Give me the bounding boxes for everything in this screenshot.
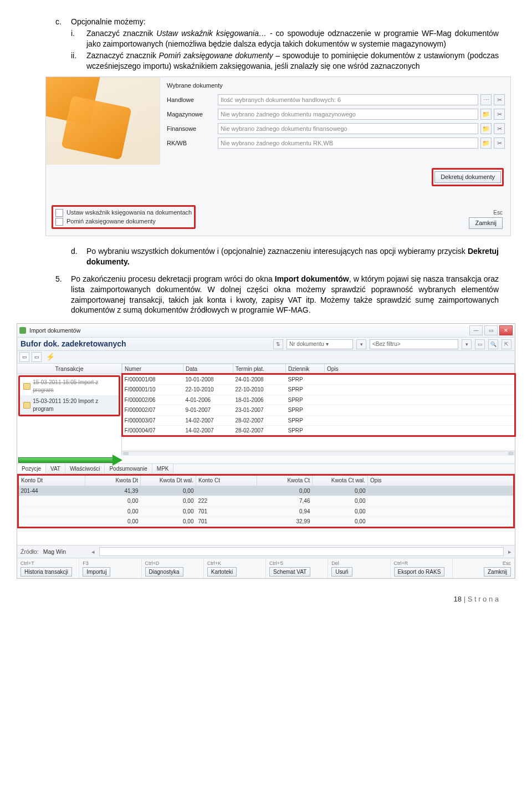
toolbar-secondary: ▭ ▭ ⚡	[17, 351, 515, 364]
row-rkwb: RK/WB Nie wybrano żadnego dokumentu RK,W…	[167, 137, 505, 149]
row-finansowe: Finansowe Nie wybrano żadnego dokumentu …	[167, 123, 505, 134]
folder-icon[interactable]: ▭	[475, 339, 485, 349]
row-magazynowe: Magazynowe Nie wybrano żadnego dokumentu…	[167, 109, 505, 120]
list-text: Po wybraniu wszystkich dokumentów i (opc…	[86, 246, 499, 267]
decorative-hex-graphic	[46, 77, 160, 165]
sort-icon[interactable]: ⇅	[273, 339, 283, 349]
folder-icon[interactable]: 📁	[480, 109, 492, 120]
minimize-button[interactable]: —	[469, 325, 483, 335]
folder-icon[interactable]: 📁	[480, 123, 492, 134]
sort-field[interactable]: Nr dokumentu ▾	[287, 339, 353, 349]
list-item-ii: ii. Zaznaczyć znacznik Pomiń zaksięgowan…	[71, 50, 499, 72]
filter-icon[interactable]: ▾	[356, 339, 366, 349]
checkbox-ustaw-wskaznik[interactable]: Ustaw wskaźnik księgowania na dokumentac…	[55, 208, 192, 217]
filter-dropdown-icon[interactable]: ▾	[462, 339, 472, 349]
scissors-icon[interactable]: ✂	[494, 137, 505, 149]
scissors-icon[interactable]: ✂	[494, 123, 505, 134]
btn-zamknij[interactable]: Zamknij	[484, 567, 511, 577]
highlight-transactions: 15-03-2011 15:05 Import z program 15-03-…	[18, 375, 120, 416]
list-item-d: d. Po wybraniu wszystkich dokumentów i (…	[71, 246, 499, 267]
bolt-icon[interactable]: ⚡	[46, 352, 55, 362]
highlight-dekretuj: Dekretuj dokumenty	[432, 168, 504, 186]
maximize-button[interactable]: ▭	[484, 325, 498, 335]
input-handlowe[interactable]: Ilość wybranych dokumentów handlowych: 6	[218, 94, 478, 105]
table-row: F/000001/1022-10-201022-10-2010SPRP	[122, 385, 515, 395]
form-heading: Wybrane dokumenty	[167, 81, 505, 90]
tool-icon[interactable]: ▭	[19, 352, 29, 362]
transaction-row-selected[interactable]: 15-03-2011 15:20 Import z program	[20, 396, 119, 415]
scissors-icon[interactable]: ✂	[494, 94, 505, 105]
table-row: F/000001/0810-01-200824-01-2008SPRP	[122, 374, 515, 385]
horizontal-scrollbar[interactable]	[122, 451, 515, 456]
toolbar: Bufor dok. zadekretowanych ⇅ Nr dokument…	[17, 338, 515, 351]
table-row: F/000002/064-01-200618-01-2006SPRP	[122, 395, 515, 405]
table-row: 0,000,007010,940,00	[19, 506, 514, 517]
detail-tabs: Pozycje VAT Właściwości Podsumowanie MPK	[17, 463, 515, 475]
list-label: ii.	[71, 50, 86, 72]
search-icon[interactable]: 🔍	[488, 339, 498, 349]
list-text: Opcjonalnie możemy:	[71, 17, 146, 27]
screenshot-wybrane-dokumenty: Wybrane dokumenty Handlowe Ilość wybrany…	[45, 77, 511, 236]
filter-field[interactable]: <Bez filtru>	[370, 339, 458, 349]
window-title: Import dokumentów	[29, 327, 468, 334]
btn-diagnostyka[interactable]: Diagnostyka	[145, 567, 183, 577]
highlight-checkboxes: Ustaw wskaźnik księgowania na dokumentac…	[52, 205, 196, 229]
window-titlebar: Import dokumentów — ▭ ✕	[17, 324, 515, 338]
input-magazynowe[interactable]: Nie wybrano żadnego dokumentu magazynowe…	[218, 109, 478, 120]
list-text: Zanaczyć znacznik Ustaw wskaźnik księgow…	[86, 28, 499, 49]
list-text: Zaznaczyć znacznik Pomiń zaksięgowane do…	[86, 50, 499, 72]
list-label: d.	[71, 246, 86, 267]
table-row: F/000004/0714-02-200728-02-2007SPRP	[122, 426, 515, 436]
input-rkwb[interactable]: Nie wybrano żadnego dokumentu RK,WB	[218, 137, 478, 149]
list-label: c.	[55, 17, 71, 27]
btn-kartoteki[interactable]: Kartoteki	[207, 567, 237, 577]
btn-usun[interactable]: Usuń	[331, 567, 352, 577]
list-label: 5.	[55, 274, 71, 316]
transactions-header: Transakcje	[17, 364, 121, 374]
tool-icon[interactable]: ▭	[32, 352, 42, 362]
scissors-icon[interactable]: ✂	[494, 109, 505, 120]
green-arrow-annotation	[17, 456, 515, 463]
btn-eksport-raks[interactable]: Eksport do RAKS	[394, 567, 445, 577]
positions-grid: Konto Dt Kwota Dt Kwota Dt wal. Konto Ct…	[18, 475, 514, 527]
app-icon	[19, 327, 26, 334]
table-row: 201-4441,390,000,000,00	[19, 486, 514, 496]
close-window-button[interactable]: ✕	[499, 325, 513, 335]
status-bar: Źródło: Mag Win ◂ ▸	[17, 545, 515, 558]
tab-pozycje[interactable]: Pozycje	[17, 464, 46, 474]
close-button[interactable]: Zamknij	[469, 217, 503, 229]
source-value: Mag Win	[43, 548, 66, 555]
input-finansowe[interactable]: Nie wybrano żadnego dokumentu finansoweg…	[218, 123, 478, 134]
status-scrollbar[interactable]	[99, 547, 504, 556]
tab-vat[interactable]: VAT	[46, 464, 65, 474]
export-icon[interactable]: ⇱	[502, 339, 511, 349]
checkbox-pomin[interactable]: Pomiń zaksięgowane dokumenty	[55, 217, 192, 226]
browse-icon[interactable]: ⋯	[480, 94, 492, 105]
folder-icon[interactable]: 📁	[480, 137, 492, 149]
highlight-grid-rows: F/000001/0810-01-200824-01-2008SPRP F/00…	[122, 374, 515, 436]
list-label: i.	[71, 28, 86, 49]
bufor-label: Bufor dok. zadekretowanych	[21, 339, 126, 349]
row-handlowe: Handlowe Ilość wybranych dokumentów hand…	[167, 94, 505, 105]
list-text: Po zakończeniu procesu dekretacji progra…	[71, 274, 499, 316]
shortcut-hint: Esc	[469, 209, 503, 217]
dekretuj-button[interactable]: Dekretuj dokumenty	[434, 171, 501, 183]
page-footer: 18 | S t r o n a	[55, 594, 499, 604]
list-item-5: 5. Po zakończeniu procesu dekretacji pro…	[55, 274, 499, 316]
transactions-panel: Transakcje 15-03-2011 15:05 Import z pro…	[17, 364, 122, 456]
list-item-c: c. Opcjonalnie możemy:	[55, 17, 499, 27]
btn-historia[interactable]: Historia transakcji	[21, 567, 72, 577]
btn-importuj[interactable]: Importuj	[83, 567, 110, 577]
list-item-i: i. Zanaczyć znacznik Ustaw wskaźnik księ…	[71, 28, 499, 49]
table-row: 0,000,0070132,990,00	[19, 517, 514, 527]
tab-wlasciwosci[interactable]: Właściwości	[65, 464, 105, 474]
grid-header-row: Numer Data Termin płat. Dziennik Opis	[122, 364, 515, 375]
tab-mpk[interactable]: MPK	[152, 464, 174, 474]
transaction-row-prev[interactable]: 15-03-2011 15:05 Import z program	[20, 377, 119, 396]
table-row: F/000002/079-01-200723-01-2007SPRP	[122, 405, 515, 416]
btn-schemat-vat[interactable]: Schemat VAT	[269, 567, 310, 577]
documents-grid: Numer Data Termin płat. Dziennik Opis F/…	[122, 364, 515, 456]
table-row: 0,000,002227,460,00	[19, 496, 514, 507]
highlight-positions-grid: Konto Dt Kwota Dt Kwota Dt wal. Konto Ct…	[18, 475, 514, 527]
screenshot-import-dokumentow: Import dokumentów — ▭ ✕ Bufor dok. zadek…	[17, 323, 515, 579]
